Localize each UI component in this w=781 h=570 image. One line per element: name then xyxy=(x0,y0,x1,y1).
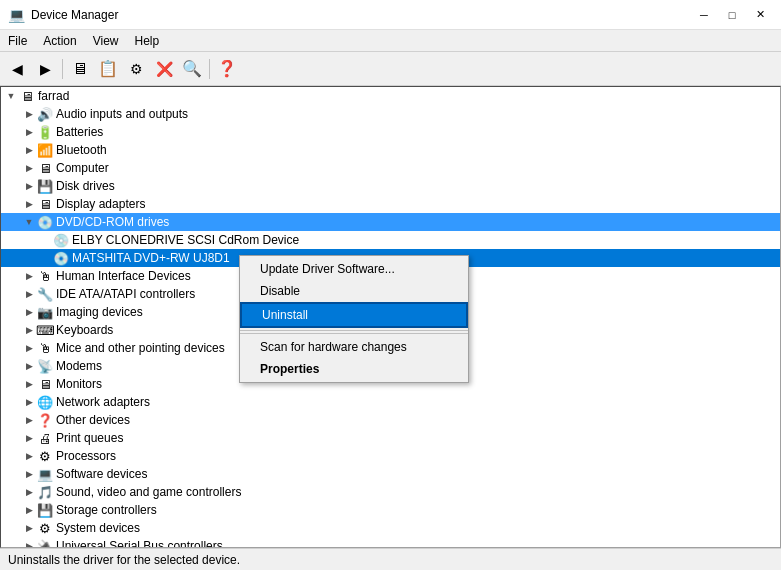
computer-button[interactable]: 🖥 xyxy=(67,56,93,82)
icon-systemdevices: ⚙ xyxy=(37,520,53,536)
expander-printqueues[interactable]: ▶ xyxy=(21,430,37,446)
close-button[interactable]: ✕ xyxy=(747,5,773,25)
expander-software[interactable]: ▶ xyxy=(21,466,37,482)
menu-item-help[interactable]: Help xyxy=(127,32,168,50)
tree-item-bluetooth[interactable]: ▶📶Bluetooth xyxy=(1,141,780,159)
tree-item-elby[interactable]: 💿ELBY CLONEDRIVE SCSI CdRom Device xyxy=(1,231,780,249)
label-printqueues: Print queues xyxy=(56,431,123,445)
scan-toolbar-button[interactable]: 🔍 xyxy=(179,56,205,82)
ctx-item-uninstall[interactable]: Uninstall xyxy=(240,302,468,328)
expander-storage[interactable]: ▶ xyxy=(21,502,37,518)
expander-batteries[interactable]: ▶ xyxy=(21,124,37,140)
minimize-button[interactable]: ─ xyxy=(691,5,717,25)
expander-otherdevices[interactable]: ▶ xyxy=(21,412,37,428)
icon-imaging: 📷 xyxy=(37,304,53,320)
icon-modems: 📡 xyxy=(37,358,53,374)
label-keyboards: Keyboards xyxy=(56,323,113,337)
tree-item-batteries[interactable]: ▶🔋Batteries xyxy=(1,123,780,141)
label-bluetooth: Bluetooth xyxy=(56,143,107,157)
update-driver-toolbar-button[interactable]: ⚙ xyxy=(123,56,149,82)
tree-item-otherdevices[interactable]: ▶❓Other devices xyxy=(1,411,780,429)
label-batteries: Batteries xyxy=(56,125,103,139)
expander-diskdrives[interactable]: ▶ xyxy=(21,178,37,194)
ctx-separator-2 xyxy=(240,330,468,331)
expander-bluetooth[interactable]: ▶ xyxy=(21,142,37,158)
label-audio: Audio inputs and outputs xyxy=(56,107,188,121)
icon-dvdrom: 💿 xyxy=(37,214,53,230)
expander-sound[interactable]: ▶ xyxy=(21,484,37,500)
menu-item-action[interactable]: Action xyxy=(35,32,84,50)
expander-computer[interactable]: ▶ xyxy=(21,160,37,176)
expander-ide[interactable]: ▶ xyxy=(21,286,37,302)
root-label: farrad xyxy=(38,89,69,103)
expander-hid[interactable]: ▶ xyxy=(21,268,37,284)
label-mice: Mice and other pointing devices xyxy=(56,341,225,355)
window-title: Device Manager xyxy=(31,8,118,22)
main-area: ▼ 🖥 farrad ▶🔊Audio inputs and outputs▶🔋B… xyxy=(0,86,781,548)
properties-toolbar-button[interactable]: 📋 xyxy=(95,56,121,82)
tree-item-computer[interactable]: ▶🖥Computer xyxy=(1,159,780,177)
label-networkadapters: Network adapters xyxy=(56,395,150,409)
expander-usb[interactable]: ▶ xyxy=(21,538,37,548)
icon-computer: 🖥 xyxy=(37,160,53,176)
label-usb: Universal Serial Bus controllers xyxy=(56,539,223,548)
expander-imaging[interactable]: ▶ xyxy=(21,304,37,320)
tree-item-printqueues[interactable]: ▶🖨Print queues xyxy=(1,429,780,447)
icon-batteries: 🔋 xyxy=(37,124,53,140)
root-expander[interactable]: ▼ xyxy=(3,88,19,104)
tree-item-storage[interactable]: ▶💾Storage controllers xyxy=(1,501,780,519)
tree-item-software[interactable]: ▶💻Software devices xyxy=(1,465,780,483)
ctx-item-update-driver[interactable]: Update Driver Software... xyxy=(240,258,468,280)
label-computer: Computer xyxy=(56,161,109,175)
expander-systemdevices[interactable]: ▶ xyxy=(21,520,37,536)
tree-item-usb[interactable]: ▶🔌Universal Serial Bus controllers xyxy=(1,537,780,548)
toolbar-separator-1 xyxy=(62,59,63,79)
label-diskdrives: Disk drives xyxy=(56,179,115,193)
label-dvdrom: DVD/CD-ROM drives xyxy=(56,215,169,229)
expander-networkadapters[interactable]: ▶ xyxy=(21,394,37,410)
context-menu[interactable]: Update Driver Software...DisableUninstal… xyxy=(239,255,469,383)
icon-elby: 💿 xyxy=(53,232,69,248)
tree-item-audio[interactable]: ▶🔊Audio inputs and outputs xyxy=(1,105,780,123)
expander-monitors[interactable]: ▶ xyxy=(21,376,37,392)
label-otherdevices: Other devices xyxy=(56,413,130,427)
label-processors: Processors xyxy=(56,449,116,463)
tree-item-displayadapters[interactable]: ▶🖥Display adapters xyxy=(1,195,780,213)
expander-processors[interactable]: ▶ xyxy=(21,448,37,464)
toolbar-separator-2 xyxy=(209,59,210,79)
forward-button[interactable]: ▶ xyxy=(32,56,58,82)
menu-bar: FileActionViewHelp xyxy=(0,30,781,52)
expander-audio[interactable]: ▶ xyxy=(21,106,37,122)
tree-item-systemdevices[interactable]: ▶⚙System devices xyxy=(1,519,780,537)
maximize-button[interactable]: □ xyxy=(719,5,745,25)
expander-mice[interactable]: ▶ xyxy=(21,340,37,356)
help-toolbar-button[interactable]: ❓ xyxy=(214,56,240,82)
ctx-item-properties[interactable]: Properties xyxy=(240,358,468,380)
label-elby: ELBY CLONEDRIVE SCSI CdRom Device xyxy=(72,233,299,247)
tree-item-sound[interactable]: ▶🎵Sound, video and game controllers xyxy=(1,483,780,501)
tree-item-processors[interactable]: ▶⚙Processors xyxy=(1,447,780,465)
expander-modems[interactable]: ▶ xyxy=(21,358,37,374)
tree-item-dvdrom[interactable]: ▼💿DVD/CD-ROM drives xyxy=(1,213,780,231)
menu-item-file[interactable]: File xyxy=(0,32,35,50)
icon-ide: 🔧 xyxy=(37,286,53,302)
tree-item-networkadapters[interactable]: ▶🌐Network adapters xyxy=(1,393,780,411)
expander-dvdrom[interactable]: ▼ xyxy=(21,214,37,230)
icon-networkadapters: 🌐 xyxy=(37,394,53,410)
computer-icon: 🖥 xyxy=(19,88,35,104)
ctx-item-disable[interactable]: Disable xyxy=(240,280,468,302)
tree-root[interactable]: ▼ 🖥 farrad xyxy=(1,87,780,105)
device-tree[interactable]: ▼ 🖥 farrad ▶🔊Audio inputs and outputs▶🔋B… xyxy=(0,86,781,548)
label-software: Software devices xyxy=(56,467,147,481)
ctx-item-scan[interactable]: Scan for hardware changes xyxy=(240,336,468,358)
tree-item-diskdrives[interactable]: ▶💾Disk drives xyxy=(1,177,780,195)
icon-bluetooth: 📶 xyxy=(37,142,53,158)
icon-software: 💻 xyxy=(37,466,53,482)
label-displayadapters: Display adapters xyxy=(56,197,145,211)
label-storage: Storage controllers xyxy=(56,503,157,517)
label-hid: Human Interface Devices xyxy=(56,269,191,283)
menu-item-view[interactable]: View xyxy=(85,32,127,50)
uninstall-toolbar-button[interactable]: ❌ xyxy=(151,56,177,82)
back-button[interactable]: ◀ xyxy=(4,56,30,82)
expander-displayadapters[interactable]: ▶ xyxy=(21,196,37,212)
